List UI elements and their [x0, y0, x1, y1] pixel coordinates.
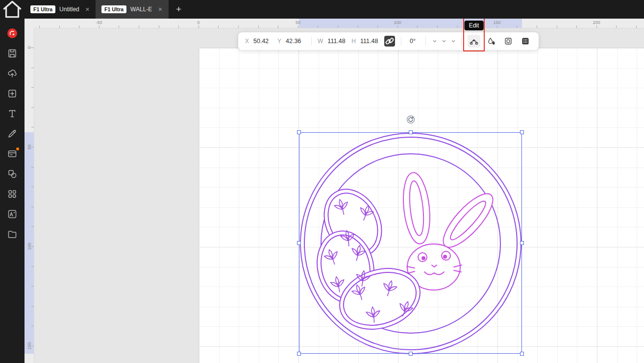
align-dropdown[interactable] — [441, 38, 446, 45]
ruler-label: 50 — [27, 142, 32, 152]
trace-icon — [521, 37, 529, 45]
ruler-label: 50 — [296, 20, 300, 25]
xtool-logo[interactable] — [7, 28, 18, 39]
projects-folder-icon[interactable] — [7, 229, 18, 240]
tab-wall-e[interactable]: F1 Ultra WALL-E ✕ — [96, 0, 169, 19]
w-label: W — [318, 38, 323, 45]
selection-bounding-box[interactable] — [299, 132, 522, 354]
ruler-label: 0 — [27, 43, 32, 52]
fill-icon — [487, 37, 495, 45]
material-library-icon[interactable] — [7, 148, 18, 159]
chevron-down-icon — [442, 38, 446, 45]
chevron-down-icon — [451, 38, 455, 45]
resize-handle-e[interactable] — [520, 241, 524, 245]
close-tab-icon[interactable]: ✕ — [158, 6, 162, 13]
notification-dot — [16, 147, 19, 150]
apps-icon[interactable] — [7, 189, 18, 199]
divider — [311, 37, 312, 46]
canvas-workspace: -50 0 50 100 150 200 0 50 100 150 X 50.4… — [25, 19, 644, 363]
y-label: Y — [277, 38, 281, 45]
edit-nodes-button[interactable]: Edit — [468, 35, 480, 48]
ruler-label: -50 — [96, 20, 102, 25]
insert-icon[interactable] — [7, 88, 18, 99]
x-label: X — [245, 38, 249, 45]
rotate-handle[interactable] — [406, 115, 415, 124]
text-icon[interactable] — [7, 108, 18, 119]
resize-handle-se[interactable] — [520, 352, 524, 356]
device-badge: F1 Ultra — [101, 5, 126, 13]
pen-icon[interactable] — [7, 128, 18, 139]
ruler-selection-highlight-h — [299, 19, 522, 28]
tab-title: WALL-E — [130, 6, 152, 13]
ruler-label: 200 — [593, 20, 600, 25]
resize-handle-n[interactable] — [409, 130, 413, 134]
divider — [401, 37, 401, 46]
property-toolbar: X 50.42 Y 42.36 W 111.48 H 111.48 0 — [238, 32, 539, 50]
ruler-label: 100 — [27, 242, 32, 251]
angle-field[interactable]: 0° — [410, 38, 420, 45]
chevron-down-icon — [433, 38, 437, 45]
top-tab-bar: F1 Ultra Untitled ✕ F1 Ultra WALL-E ✕ + — [0, 0, 644, 19]
shapes-icon[interactable] — [7, 169, 18, 179]
resize-handle-w[interactable] — [297, 241, 301, 245]
upload-icon[interactable] — [7, 68, 18, 79]
resize-handle-ne[interactable] — [520, 130, 524, 134]
tool-sidebar — [0, 19, 25, 363]
ruler-label: 150 — [493, 20, 500, 25]
ruler-corner — [25, 19, 34, 28]
rotation-angle-group[interactable]: 0° — [407, 38, 420, 45]
tab-untitled[interactable]: F1 Ultra Untitled ✕ — [25, 0, 96, 19]
close-tab-icon[interactable]: ✕ — [85, 6, 90, 13]
vertical-ruler: 0 50 100 150 — [25, 28, 34, 363]
tab-title: Untitled — [59, 6, 79, 13]
offset-icon — [504, 37, 512, 45]
height-field[interactable]: 111.48 — [360, 38, 380, 45]
trace-button[interactable] — [519, 35, 532, 48]
edit-nodes-icon — [470, 37, 478, 45]
y-position-field[interactable]: 42.36 — [286, 38, 305, 45]
resize-handle-s[interactable] — [409, 352, 413, 356]
divider — [461, 37, 462, 46]
fill-button[interactable] — [485, 35, 497, 48]
ruler-label: 100 — [394, 20, 401, 25]
ruler-label: 0 — [197, 20, 199, 25]
edit-tooltip: Edit — [465, 21, 484, 30]
h-label: H — [351, 38, 356, 45]
device-badge: F1 Ultra — [30, 5, 55, 13]
file-icon[interactable] — [7, 48, 18, 59]
xcs-app-window: F1 Ultra Untitled ✕ F1 Ultra WALL-E ✕ + — [0, 0, 644, 363]
lock-aspect-ratio-button[interactable] — [384, 36, 395, 47]
divider — [425, 37, 426, 46]
home-button[interactable] — [0, 0, 25, 19]
mirror-dropdown[interactable] — [450, 38, 455, 45]
new-tab-button[interactable]: + — [169, 0, 189, 19]
resize-handle-sw[interactable] — [297, 352, 301, 356]
link-icon — [384, 36, 395, 47]
home-icon — [0, 0, 25, 22]
ai-icon[interactable] — [7, 209, 18, 219]
x-position-field[interactable]: 50.42 — [253, 38, 273, 45]
arrange-dropdown[interactable] — [432, 38, 437, 45]
width-field[interactable]: 111.48 — [327, 38, 347, 45]
offset-button[interactable] — [502, 35, 515, 48]
ruler-label: 150 — [27, 341, 32, 351]
resize-handle-nw[interactable] — [297, 130, 301, 134]
horizontal-ruler: -50 0 50 100 150 200 — [34, 19, 644, 28]
